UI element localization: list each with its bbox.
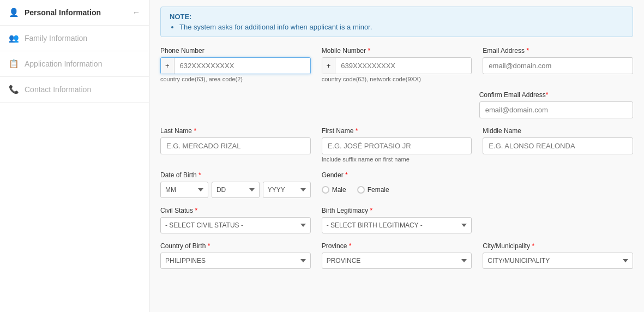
group-spacer3	[483, 207, 633, 233]
group-country-of-birth: Country of Birth * PHILIPPINES	[160, 242, 311, 269]
row-confirm-email: Confirm Email Address*	[160, 91, 633, 118]
mobile-number-input[interactable]	[335, 58, 471, 74]
phone-hint: country code(63), area code(2)	[160, 76, 311, 82]
arrow-icon: ←	[133, 8, 140, 17]
group-city-municipality: City/Municipality * CITY/MUNICIPALITY	[483, 242, 633, 269]
group-last-name: Last Name *	[160, 127, 311, 163]
sidebar-label-personal: Personal Information	[25, 8, 101, 17]
sidebar-item-application-information[interactable]: 📋 Application Information	[0, 51, 149, 77]
group-spacer2	[483, 171, 633, 198]
confirm-email-input[interactable]	[479, 101, 633, 118]
sidebar-label-contact: Contact Information	[25, 85, 91, 94]
first-name-input[interactable]	[322, 137, 472, 154]
row-phone-mobile-email: Phone Number + country code(63), area co…	[160, 47, 633, 82]
label-province: Province *	[322, 242, 472, 250]
gender-male-option[interactable]: Male	[322, 186, 346, 194]
gender-male-radio[interactable]	[322, 186, 329, 194]
dob-year-select[interactable]: YYYY	[263, 182, 311, 198]
gender-female-option[interactable]: Female	[357, 186, 389, 194]
gender-options: Male Female	[322, 186, 472, 196]
note-title: NOTE:	[170, 13, 624, 21]
label-middle-name: Middle Name	[483, 127, 633, 135]
label-first-name: First Name *	[322, 127, 472, 135]
label-date-of-birth: Date of Birth *	[160, 171, 311, 179]
application-icon: 📋	[9, 59, 19, 69]
note-box: NOTE: The system asks for additional inf…	[160, 7, 633, 37]
sidebar-item-contact-information[interactable]: 📞 Contact Information	[0, 77, 149, 103]
dob-day-select[interactable]: DD	[212, 182, 260, 198]
sidebar: 👤 Personal Information ← 👥 Family Inform…	[0, 0, 149, 312]
dob-month-select[interactable]: MM 010203 040506 070809 101112	[160, 182, 208, 198]
label-birth-legitimacy: Birth Legitimacy *	[322, 207, 472, 214]
group-civil-status: Civil Status * - SELECT CIVIL STATUS -	[160, 207, 311, 233]
label-last-name: Last Name *	[160, 127, 311, 135]
label-email-address: Email Address *	[483, 47, 633, 55]
group-confirm-email: Confirm Email Address*	[479, 91, 633, 118]
main-content: NOTE: The system asks for additional inf…	[149, 0, 644, 312]
gender-female-radio[interactable]	[357, 186, 365, 194]
contact-icon: 📞	[9, 85, 19, 94]
group-birth-legitimacy: Birth Legitimacy * - SELECT BIRTH LEGITI…	[322, 207, 472, 233]
country-of-birth-select[interactable]: PHILIPPINES	[160, 253, 311, 269]
sidebar-label-application: Application Information	[25, 59, 102, 68]
row-location: Country of Birth * PHILIPPINES Province …	[160, 242, 633, 269]
phone-input-wrapper: +	[160, 57, 311, 74]
city-municipality-select[interactable]: CITY/MUNICIPALITY	[483, 253, 633, 269]
note-bullet: The system asks for additional info when…	[179, 23, 624, 31]
birth-legitimacy-select[interactable]: - SELECT BIRTH LEGITIMACY -	[322, 217, 472, 233]
label-mobile-number: Mobile Number *	[322, 47, 472, 55]
label-confirm-email: Confirm Email Address*	[479, 91, 633, 99]
middle-name-input[interactable]	[483, 137, 633, 154]
group-phone-number: Phone Number + country code(63), area co…	[160, 47, 311, 82]
mobile-hint: country code(63), network code(9XX)	[322, 76, 472, 82]
label-phone-number: Phone Number	[160, 47, 311, 55]
row-dob-gender: Date of Birth * MM 010203 040506 070809 …	[160, 171, 633, 198]
group-mobile-number: Mobile Number * + country code(63), netw…	[322, 47, 472, 82]
sidebar-item-family-information[interactable]: 👥 Family Information	[0, 26, 149, 51]
last-name-input[interactable]	[160, 137, 311, 154]
gender-female-label: Female	[368, 186, 389, 194]
first-name-hint: Include suffix name on first name	[322, 156, 472, 163]
group-spacer1	[160, 91, 468, 118]
group-gender: Gender * Male Female	[322, 171, 472, 198]
group-email-address: Email Address *	[483, 47, 633, 82]
label-gender: Gender *	[322, 171, 472, 179]
sidebar-label-family: Family Information	[25, 34, 87, 43]
label-city-municipality: City/Municipality *	[483, 242, 633, 250]
row-name: Last Name * First Name * Include suffix …	[160, 127, 633, 163]
group-province: Province * PROVINCE	[322, 242, 472, 269]
family-icon: 👥	[9, 33, 19, 43]
group-first-name: First Name * Include suffix name on firs…	[322, 127, 472, 163]
group-middle-name: Middle Name	[483, 127, 633, 163]
civil-status-select[interactable]: - SELECT CIVIL STATUS -	[160, 217, 311, 233]
person-icon: 👤	[9, 8, 19, 17]
row-civil-birth: Civil Status * - SELECT CIVIL STATUS - B…	[160, 207, 633, 233]
mobile-input-wrapper: +	[322, 57, 472, 74]
phone-number-input[interactable]	[174, 58, 310, 74]
gender-male-label: Male	[332, 186, 346, 194]
dob-selects: MM 010203 040506 070809 101112 DD YYYY	[160, 182, 311, 198]
province-select[interactable]: PROVINCE	[322, 253, 472, 269]
phone-prefix: +	[161, 58, 174, 74]
label-country-of-birth: Country of Birth *	[160, 242, 311, 250]
sidebar-item-personal-information[interactable]: 👤 Personal Information ←	[0, 0, 149, 26]
email-address-input[interactable]	[483, 57, 633, 74]
label-civil-status: Civil Status *	[160, 207, 311, 214]
group-date-of-birth: Date of Birth * MM 010203 040506 070809 …	[160, 171, 311, 198]
mobile-prefix: +	[322, 58, 336, 74]
